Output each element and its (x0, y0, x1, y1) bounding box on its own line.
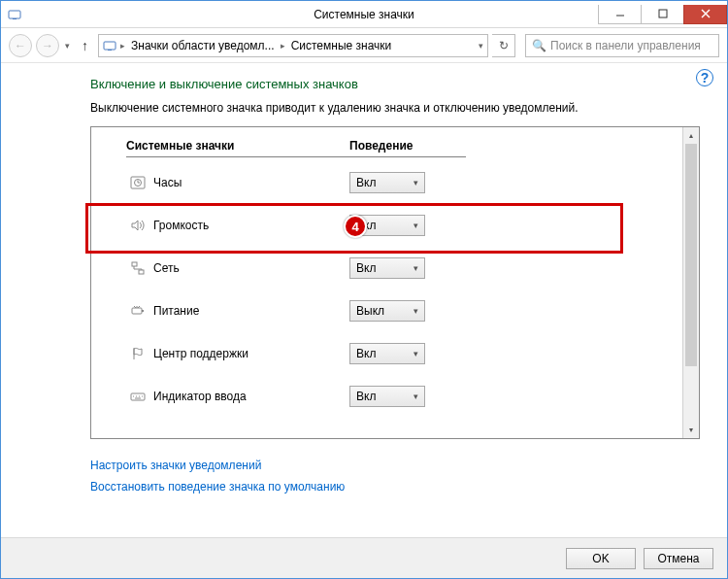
control-panel-icon (103, 39, 116, 52)
svg-rect-13 (139, 270, 144, 274)
column-system-icons: Системные значки (126, 139, 349, 157)
keyboard-icon (126, 389, 149, 404)
select-network[interactable]: Вкл▾ (349, 257, 425, 279)
title-bar: Системные значки (1, 1, 727, 28)
page-heading: Включение и выключение системных значков (90, 77, 700, 91)
scrollbar[interactable]: ▴ ▾ (682, 127, 699, 438)
system-icons-panel: Системные значки Поведение Часы Вкл▾ Гро… (90, 126, 700, 439)
network-icon (126, 260, 149, 276)
chevron-down-icon: ▾ (414, 392, 418, 401)
select-power[interactable]: Выкл▾ (349, 300, 425, 322)
breadcrumb-notification-icons[interactable]: Значки области уведомл... (129, 39, 277, 52)
page-description: Выключение системного значка приводит к … (90, 101, 700, 115)
svg-rect-7 (108, 50, 112, 51)
row-volume: Громкость Вкл▾ (126, 204, 665, 247)
minimize-button[interactable] (598, 5, 642, 24)
scroll-thumb[interactable] (685, 144, 697, 366)
row-label: Индикатор ввода (149, 390, 349, 403)
chevron-down-icon: ▾ (414, 178, 418, 187)
nav-bar: ← → ▾ ↑ ▸ Значки области уведомл... ▸ Си… (1, 28, 727, 63)
row-label: Громкость (149, 219, 349, 232)
select-volume[interactable]: Вкл▾ (349, 215, 425, 236)
select-input-indicator[interactable]: Вкл▾ (349, 386, 425, 407)
select-clock[interactable]: Вкл▾ (349, 172, 425, 193)
up-button[interactable]: ↑ (76, 38, 94, 53)
back-button[interactable]: ← (9, 34, 32, 57)
row-action-center: Центр поддержки Вкл▾ (126, 332, 665, 375)
column-behavior: Поведение (349, 139, 466, 157)
chevron-down-icon[interactable]: ▾ (479, 41, 483, 51)
search-placeholder: Поиск в панели управления (550, 39, 701, 52)
volume-icon (126, 218, 149, 233)
svg-rect-6 (104, 42, 116, 50)
search-icon: 🔍 (532, 39, 546, 52)
forward-button[interactable]: → (36, 34, 59, 57)
row-label: Часы (149, 176, 349, 189)
link-customize-notifications[interactable]: Настроить значки уведомлений (90, 459, 700, 472)
svg-rect-14 (132, 308, 142, 314)
flag-icon (126, 346, 149, 361)
row-network: Сеть Вкл▾ (126, 247, 665, 290)
refresh-button[interactable]: ↻ (492, 34, 515, 57)
chevron-right-icon[interactable]: ▸ (120, 41, 125, 51)
link-restore-defaults[interactable]: Восстановить поведение значка по умолчан… (90, 480, 700, 494)
search-input[interactable]: 🔍 Поиск в панели управления (525, 34, 719, 57)
close-button[interactable] (683, 5, 727, 24)
row-input-indicator: Индикатор ввода Вкл▾ (126, 375, 665, 418)
chevron-down-icon: ▾ (414, 349, 418, 358)
row-label: Питание (149, 304, 349, 318)
scroll-up-icon[interactable]: ▴ (683, 127, 699, 144)
cancel-button[interactable]: Отмена (644, 548, 713, 569)
breadcrumb-system-icons[interactable]: Системные значки (289, 39, 394, 52)
ok-button[interactable]: OK (566, 548, 636, 569)
row-power: Питание Выкл▾ (126, 290, 665, 332)
svg-rect-15 (142, 310, 144, 312)
svg-rect-1 (13, 18, 17, 19)
clock-icon (126, 175, 149, 190)
row-clock: Часы Вкл▾ (126, 161, 665, 204)
chevron-down-icon: ▾ (414, 221, 418, 230)
address-bar[interactable]: ▸ Значки области уведомл... ▸ Системные … (98, 34, 488, 57)
row-label: Центр поддержки (149, 347, 349, 360)
maximize-button[interactable] (641, 5, 684, 24)
row-label: Сеть (149, 261, 349, 275)
content-area: ? Включение и выключение системных значк… (1, 63, 727, 537)
scroll-down-icon[interactable]: ▾ (683, 422, 699, 438)
help-icon[interactable]: ? (696, 69, 713, 86)
svg-rect-12 (132, 262, 137, 266)
svg-rect-0 (9, 11, 20, 18)
select-action-center[interactable]: Вкл▾ (349, 343, 425, 364)
dialog-footer: OK Отмена (1, 537, 727, 578)
history-dropdown[interactable]: ▾ (63, 41, 72, 51)
svg-rect-3 (659, 10, 667, 17)
chevron-right-icon[interactable]: ▸ (281, 41, 285, 51)
power-icon (126, 303, 149, 319)
control-panel-icon (7, 7, 22, 22)
chevron-down-icon: ▾ (414, 306, 418, 316)
chevron-down-icon: ▾ (414, 263, 418, 273)
